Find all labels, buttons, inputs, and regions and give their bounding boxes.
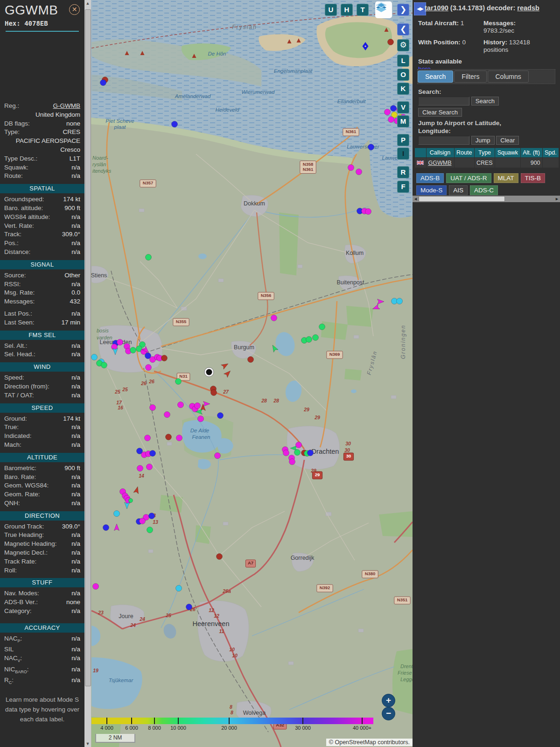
- column-header-Type[interactable]: Type: [475, 148, 495, 157]
- aircraft-marker[interactable]: [176, 585, 182, 592]
- sidebar-scrollbar[interactable]: ▲ ▼: [84, 0, 91, 747]
- aircraft-marker[interactable]: [308, 450, 314, 456]
- column-header-Squawk[interactable]: Squawk: [495, 148, 520, 157]
- aircraft-marker[interactable]: [147, 527, 153, 533]
- aircraft-marker[interactable]: [195, 403, 201, 409]
- aircraft-marker[interactable]: [397, 298, 403, 304]
- aircraft-marker[interactable]: [296, 442, 302, 448]
- aircraft-marker[interactable]: [294, 450, 301, 456]
- aircraft-marker[interactable]: [100, 80, 106, 86]
- aircraft-marker[interactable]: [385, 109, 391, 115]
- badge-tis-b[interactable]: TIS-B: [521, 173, 546, 183]
- column-header-Spd.[interactable]: Spd.: [543, 148, 559, 157]
- map-button-v[interactable]: V: [397, 101, 409, 113]
- table-row[interactable]: GGWMBCRES900: [415, 158, 559, 168]
- scroll-left-icon[interactable]: ◄: [413, 196, 419, 202]
- aircraft-marker[interactable]: [348, 165, 354, 171]
- aircraft-marker[interactable]: [388, 117, 394, 123]
- column-header-Alt. (ft)[interactable]: Alt. (ft): [521, 148, 542, 157]
- aircraft-marker[interactable]: [211, 390, 217, 396]
- map-button-t[interactable]: T: [357, 4, 369, 16]
- tar1090-link[interactable]: tar1090: [425, 4, 448, 12]
- aircraft-marker[interactable]: [217, 413, 224, 419]
- aircraft-marker[interactable]: [91, 354, 98, 360]
- map-button-m[interactable]: M: [397, 115, 409, 127]
- badge-mlat[interactable]: MLAT: [494, 173, 518, 183]
- aircraft-marker[interactable]: [388, 39, 394, 45]
- aircraft-marker[interactable]: [150, 405, 156, 411]
- aircraft-marker[interactable]: [172, 121, 178, 127]
- scroll-right-icon[interactable]: ►: [554, 196, 560, 202]
- aircraft-marker[interactable]: [271, 315, 277, 321]
- gear-icon[interactable]: ⚙: [397, 39, 409, 51]
- aircraft-marker[interactable]: [101, 362, 107, 368]
- badge-ads-c[interactable]: ADS-C: [470, 185, 498, 195]
- map-button-i[interactable]: I: [397, 148, 409, 160]
- aircraft-marker[interactable]: [391, 106, 397, 112]
- map-button-o[interactable]: O: [397, 69, 409, 81]
- aircraft-marker[interactable]: [248, 357, 254, 363]
- column-header-flag[interactable]: [415, 148, 426, 157]
- aircraft-marker[interactable]: [146, 365, 152, 371]
- aircraft-marker[interactable]: [176, 435, 182, 441]
- value-link[interactable]: G-GWMB: [19, 102, 80, 111]
- jump-clear-button[interactable]: Clear: [496, 136, 519, 145]
- aircraft-marker[interactable]: [186, 604, 192, 610]
- jump-button[interactable]: Jump: [471, 136, 495, 145]
- aircraft-marker[interactable]: [198, 416, 204, 422]
- panel-horizontal-scrollbar[interactable]: ◄ ►: [413, 196, 560, 202]
- map-button-u[interactable]: U: [325, 4, 337, 16]
- aircraft-marker[interactable]: [356, 169, 362, 175]
- aircraft-marker[interactable]: [150, 451, 156, 457]
- map-button-f[interactable]: F: [397, 181, 409, 193]
- column-header-Callsign[interactable]: Callsign: [427, 148, 454, 157]
- map-button-l[interactable]: L: [397, 55, 409, 67]
- search-button[interactable]: Search: [471, 97, 499, 106]
- aircraft-marker[interactable]: [306, 337, 312, 343]
- aircraft-marker[interactable]: [164, 412, 170, 418]
- panel-hide-button[interactable]: ❯: [397, 4, 409, 16]
- scroll-down-icon[interactable]: ▼: [84, 740, 91, 747]
- aircraft-marker[interactable]: [175, 379, 182, 385]
- aircraft-marker[interactable]: [137, 465, 143, 472]
- aircraft-marker[interactable]: [161, 355, 168, 361]
- aircraft-marker[interactable]: [365, 209, 371, 215]
- map[interactable]: FryslânDe HônEngelsmanplaatAmelanderwadW…: [91, 0, 413, 747]
- aircraft-marker[interactable]: [129, 499, 133, 503]
- map-button-p[interactable]: P: [397, 134, 409, 146]
- aircraft-marker[interactable]: [166, 434, 172, 440]
- jump-input[interactable]: [418, 136, 469, 145]
- aircraft-marker[interactable]: [149, 513, 155, 519]
- readsb-link[interactable]: readsb: [517, 4, 539, 12]
- aircraft-marker[interactable]: [117, 339, 123, 345]
- zoom-in-button[interactable]: +: [382, 694, 395, 707]
- h-scrollbar-thumb[interactable]: [419, 196, 505, 202]
- close-icon[interactable]: ✕: [69, 4, 80, 15]
- column-header-Route[interactable]: Route: [455, 148, 474, 157]
- tab-search[interactable]: Search: [418, 70, 453, 83]
- zoom-out-button[interactable]: −: [382, 707, 395, 720]
- aircraft-marker[interactable]: [217, 554, 223, 560]
- clear-search-button[interactable]: Clear Search: [418, 108, 462, 117]
- tab-columns[interactable]: Columns: [488, 70, 528, 83]
- aircraft-marker[interactable]: [146, 254, 152, 261]
- aircraft-marker[interactable]: [215, 453, 221, 459]
- aircraft-marker[interactable]: [368, 144, 374, 150]
- selected-aircraft-marker[interactable]: [204, 367, 214, 377]
- aircraft-table[interactable]: CallsignRouteTypeSquawkAlt. (ft)Spd.GGWM…: [414, 148, 559, 168]
- scroll-up-icon[interactable]: ▲: [84, 0, 91, 7]
- badge-ads-b[interactable]: ADS-B: [416, 173, 444, 183]
- aircraft-marker[interactable]: [130, 347, 136, 353]
- aircraft-marker[interactable]: [114, 511, 120, 517]
- map-button-r[interactable]: R: [397, 166, 409, 178]
- aircraft-marker[interactable]: [289, 459, 295, 465]
- badge-mode-s[interactable]: Mode-S: [416, 185, 447, 195]
- aircraft-marker[interactable]: [283, 450, 289, 456]
- map-button-h[interactable]: H: [341, 4, 353, 16]
- panel-expand-button[interactable]: ❮: [397, 23, 409, 35]
- aircraft-marker[interactable]: [319, 324, 325, 330]
- tab-filters[interactable]: Filters: [454, 70, 487, 83]
- layers-button[interactable]: [375, 1, 392, 18]
- scrollbar-thumb[interactable]: [85, 9, 91, 686]
- aircraft-marker[interactable]: [93, 584, 99, 590]
